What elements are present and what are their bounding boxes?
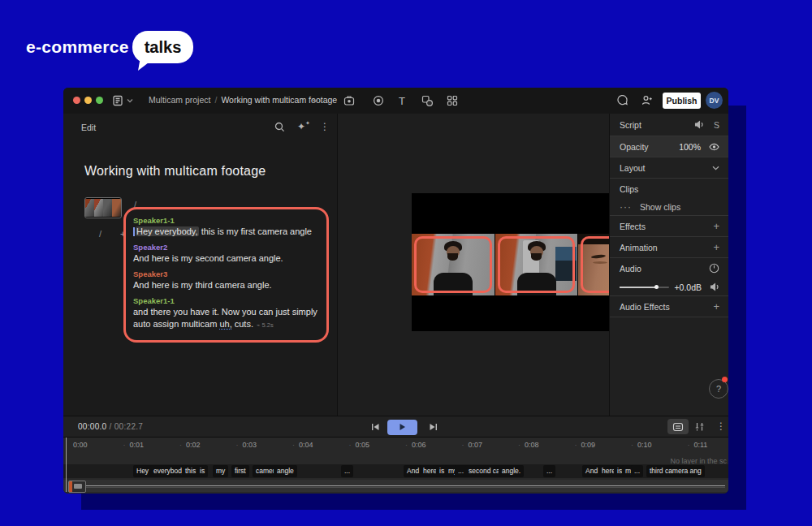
speaker-label[interactable]: Speaker3 — [133, 269, 325, 279]
ruler-tick: 0:05 — [356, 441, 370, 449]
doc-chevron-down-icon[interactable] — [312, 98, 318, 103]
timeline-view-toggle[interactable] — [667, 419, 689, 434]
text-tool-icon[interactable]: T — [399, 95, 405, 107]
word-chip[interactable]: Hey — [133, 465, 152, 477]
gain-slider[interactable] — [620, 287, 669, 288]
doc-title[interactable]: Working with multicam footage — [84, 164, 266, 179]
selected-text[interactable]: Hey everybody, — [136, 226, 199, 236]
add-animation-icon[interactable]: + — [713, 244, 719, 252]
brand-bubble-word: talks — [145, 38, 182, 57]
inspector-row-show-clips[interactable]: ··· Show clips — [610, 198, 728, 215]
inspector-row-audio-effects[interactable]: Audio Effects + — [610, 296, 728, 317]
inspector-section-clips: Clips — [610, 179, 728, 199]
script-line[interactable]: Hey everybody, this is my first camera a… — [133, 226, 325, 238]
word-chip[interactable]: is — [197, 465, 208, 477]
brand-name: e-commerce — [26, 37, 129, 57]
word-track[interactable]: Heyeverybodythisismyfirstcamerangle...An… — [63, 464, 728, 478]
gain-value[interactable]: +0.0dB — [674, 282, 702, 292]
titlebar: Multicam project/Working with multicam f… — [63, 88, 728, 114]
clip-thumbnail[interactable] — [68, 481, 86, 493]
chevron-down-icon[interactable] — [127, 98, 133, 103]
playhead[interactable] — [66, 438, 67, 492]
breadcrumb-project[interactable]: Multicam project — [149, 95, 210, 105]
speech-bubble-tail-icon — [138, 60, 152, 71]
minimize-window-button[interactable] — [84, 97, 92, 104]
tab-edit[interactable]: Edit — [81, 123, 96, 132]
speaker-label[interactable]: Speaker1-1 — [133, 216, 325, 226]
scene-thumbnail[interactable] — [84, 197, 122, 218]
add-media-icon[interactable] — [343, 95, 355, 106]
script-line[interactable]: And here is my third camera angle. — [133, 279, 325, 291]
project-script-icon[interactable] — [112, 95, 123, 106]
word-chip[interactable]: first — [231, 465, 249, 477]
ruler-tick: 0:07 — [469, 441, 483, 449]
word-chip[interactable]: ... — [631, 465, 643, 477]
invite-person-icon[interactable] — [641, 94, 654, 106]
brand-bubble: talks — [132, 31, 193, 63]
speaker-label[interactable]: Speaker2 — [133, 243, 325, 252]
close-window-button[interactable] — [73, 97, 80, 104]
zoom-window-button[interactable] — [96, 97, 103, 104]
script-block: Speaker1-1 Hey everybody, this is my fir… — [133, 216, 325, 238]
script-volume-icon[interactable] — [694, 120, 704, 129]
skip-to-end-icon[interactable] — [429, 422, 438, 432]
clips-ellipsis-icon[interactable]: ··· — [620, 201, 632, 213]
inspector-row-effects[interactable]: Effects + — [610, 216, 728, 236]
shapes-icon[interactable] — [421, 95, 433, 106]
gap-duration[interactable]: ⌁ 5.2s — [257, 321, 274, 329]
inspector-row-layout[interactable]: Layout — [610, 157, 728, 178]
skip-to-start-icon[interactable] — [370, 422, 380, 432]
search-icon[interactable] — [274, 122, 285, 132]
record-icon[interactable] — [373, 95, 384, 106]
script-panel: Edit ✦✦ ⋮ Working with multicam footage … — [63, 114, 338, 416]
timeline-ruler[interactable]: 0:000:010:020:030:040:050:060:070:080:09… — [63, 438, 728, 455]
script-block: Speaker2 And here is my second camera an… — [133, 243, 325, 265]
ai-sparkle-icon[interactable]: ✦✦ — [297, 120, 310, 132]
word-chip[interactable]: second ca — [465, 465, 503, 477]
kebab-menu-icon[interactable]: ⋮ — [320, 121, 330, 132]
inspector-row-animation[interactable]: Animation + — [610, 237, 728, 257]
opacity-value[interactable]: 100% — [679, 142, 701, 152]
word-chip[interactable]: angle. — [499, 465, 524, 477]
eye-icon[interactable] — [709, 143, 719, 151]
camera-2-view[interactable] — [495, 234, 578, 295]
layout-chevron-down-icon[interactable] — [712, 166, 719, 170]
gain-volume-icon[interactable] — [710, 282, 719, 291]
word-chip[interactable]: angle — [274, 465, 297, 477]
audio-automation-icon[interactable] — [709, 263, 719, 274]
play-button[interactable] — [387, 420, 417, 435]
transport-kebab-icon[interactable]: ⋮ — [716, 420, 726, 432]
breadcrumb-doc-title[interactable]: Working with multicam footage — [221, 95, 337, 105]
word-chip[interactable]: third camera ang — [646, 465, 705, 477]
camera-1-view[interactable] — [412, 234, 495, 295]
add-effect-icon[interactable]: + — [713, 222, 719, 231]
timeline[interactable]: 0:000:010:020:030:040:050:060:070:080:09… — [63, 437, 728, 494]
preview-panel — [338, 114, 609, 416]
ruler-tick: 0:03 — [243, 441, 257, 449]
script-block: Speaker3 And here is my third camera ang… — [133, 269, 325, 291]
waveform — [68, 485, 725, 486]
word-chip[interactable]: ... — [341, 465, 353, 477]
tracks-icon[interactable] — [694, 421, 705, 432]
inspector-row-script[interactable]: Script S — [610, 114, 728, 136]
media-track[interactable] — [63, 480, 728, 492]
script-shortcut: S — [714, 120, 719, 130]
waveform-shadow — [68, 487, 725, 488]
breadcrumb[interactable]: Multicam project/Working with multicam f… — [149, 95, 337, 105]
publish-button[interactable]: Publish — [663, 93, 701, 109]
inspector-row-audio[interactable]: Audio — [610, 258, 728, 278]
comments-icon[interactable] — [616, 94, 628, 106]
script-line[interactable]: auto assign multicam uh, cuts.⌁ 5.2s — [133, 318, 325, 331]
word-chip[interactable]: ... — [543, 465, 555, 477]
inspector-row-audio-gain[interactable]: +0.0dB — [610, 278, 728, 295]
filler-word[interactable]: uh, — [219, 319, 231, 329]
avatar[interactable]: DV — [706, 92, 723, 109]
script-line[interactable]: and there you have it. Now you can just … — [133, 306, 325, 318]
word-chip[interactable]: my — [213, 465, 228, 477]
script-line[interactable]: And here is my second camera angle. — [133, 252, 325, 265]
templates-grid-icon[interactable] — [447, 95, 458, 106]
speaker-label[interactable]: Speaker1-1 — [133, 296, 325, 306]
add-audio-effect-icon[interactable]: + — [713, 303, 719, 311]
ruler-tick: 0:02 — [186, 441, 201, 449]
inspector-row-opacity[interactable]: Opacity 100% — [610, 136, 728, 157]
